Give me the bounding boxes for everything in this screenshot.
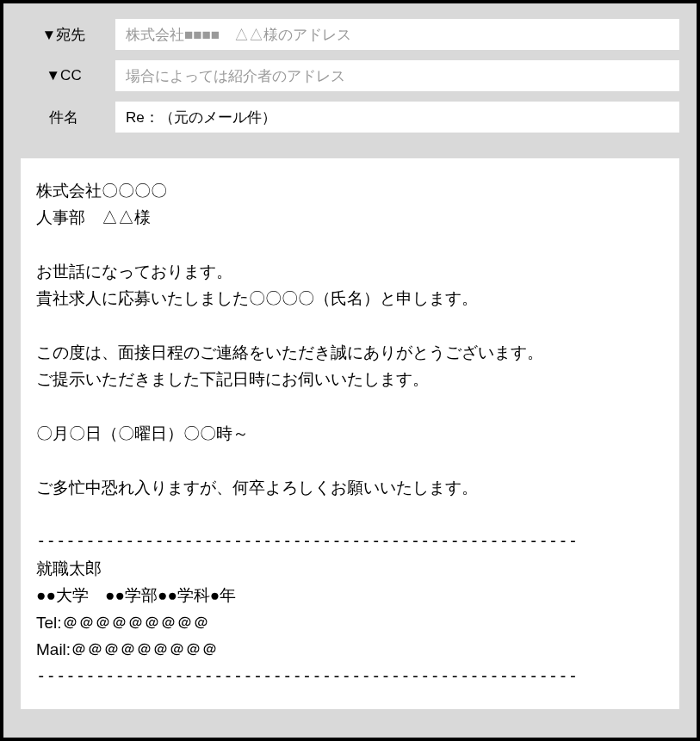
cc-input[interactable] <box>115 60 679 91</box>
closing-line: ご多忙中恐れ入りますが、何卒よろしくお願いいたします。 <box>36 479 478 497</box>
signature-mail: Mail:＠＠＠＠＠＠＠＠＠ <box>36 640 218 658</box>
interview-datetime: 〇月〇日（〇曜日）〇〇時～ <box>36 424 249 442</box>
subject-input[interactable] <box>115 102 679 133</box>
signature-divider-bottom: ----------------------------------------… <box>36 666 578 685</box>
signature-divider-top: ----------------------------------------… <box>36 531 578 550</box>
to-label: ▼宛先 <box>21 25 115 45</box>
thanks-line1: この度は、面接日程のご連絡をいただき誠にありがとうございます。 <box>36 343 543 361</box>
to-row: ▼宛先 <box>21 19 679 50</box>
subject-label: 件名 <box>21 108 115 127</box>
recipient-company: 株式会社〇〇〇〇 <box>36 182 167 200</box>
signature-school: ●●大学 ●●学部●●学科●年 <box>36 586 236 604</box>
cc-row: ▼CC <box>21 60 679 91</box>
recipient-person: 人事部 △△様 <box>36 208 151 226</box>
greeting-line2: 貴社求人に応募いたしました〇〇〇〇（氏名）と申します。 <box>36 289 478 307</box>
subject-row: 件名 <box>21 102 679 133</box>
signature-name: 就職太郎 <box>36 559 102 577</box>
signature-tel: Tel:＠＠＠＠＠＠＠＠＠ <box>36 614 209 632</box>
thanks-line2: ご提示いただきました下記日時にお伺いいたします。 <box>36 370 429 388</box>
email-body[interactable]: 株式会社〇〇〇〇 人事部 △△様 お世話になっております。 貴社求人に応募いたし… <box>21 158 679 709</box>
email-compose-frame: ▼宛先 ▼CC 件名 株式会社〇〇〇〇 人事部 △△様 お世話になっております。… <box>0 0 700 741</box>
greeting-line1: お世話になっております。 <box>36 262 232 281</box>
cc-label: ▼CC <box>21 67 115 84</box>
to-input[interactable] <box>115 19 679 50</box>
